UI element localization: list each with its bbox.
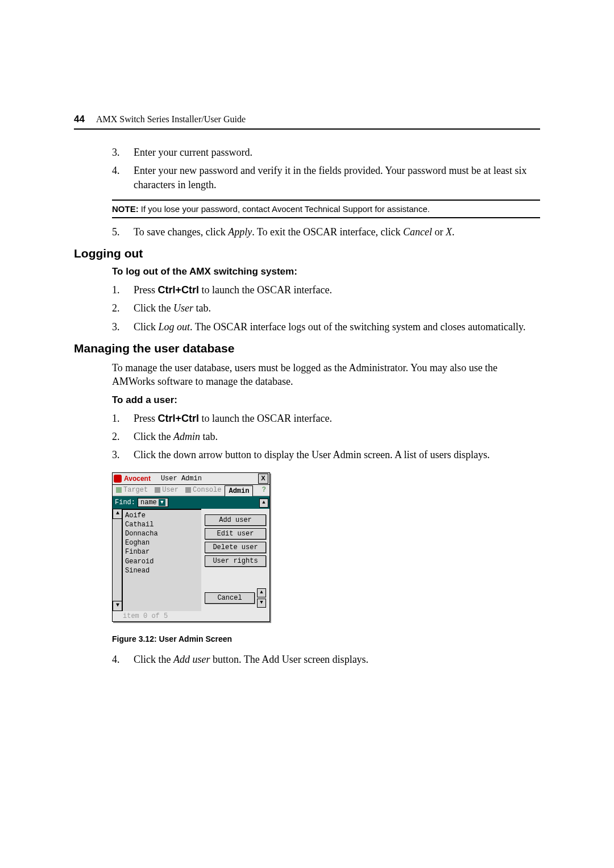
steps-after-figure: 4. Click the Add user button. The Add Us… [112,653,540,666]
paragraph-managing: To manage the user database, users must … [112,361,540,389]
note-label: NOTE: [112,204,139,214]
list-item[interactable]: Finbar [125,547,199,556]
chevron-down-icon: ▼ [159,499,165,506]
tab-admin[interactable]: Admin [225,485,253,496]
heading-managing: Managing the user database [74,342,540,355]
find-label: Find: [115,499,135,506]
step-text: Press Ctrl+Ctrl to launch the OSCAR inte… [134,412,540,425]
logo-text: Avocent [124,475,151,483]
note-text: If you lose your password, contact Avoce… [139,204,430,214]
find-value: name [140,499,157,506]
page-number: 44 [74,114,85,125]
list-item[interactable]: Aoife [125,511,199,520]
heading-logging-out: Logging out [74,247,540,260]
tab-bar: Target User Console Admin ? [113,485,269,496]
step-num: 5. [112,225,134,239]
page-up-icon[interactable]: ▲ [257,588,266,597]
steps-save: 5. To save changes, click Apply. To exit… [112,225,540,239]
step-text: Click Log out. The OSCAR interface logs … [134,320,540,334]
titlebar: Avocent User Admin X [113,473,269,485]
status-bar: item 0 of 5 [113,611,269,621]
step-num: 3. [112,448,134,462]
add-user-button[interactable]: Add user [205,514,266,526]
delete-user-button[interactable]: Delete user [205,542,266,553]
target-icon [116,487,122,493]
cancel-button[interactable]: Cancel [205,592,255,604]
tab-user[interactable]: User [151,485,182,496]
step-num: 1. [112,412,134,425]
list-item[interactable]: Eoghan [125,538,199,547]
step-num: 4. [112,164,134,192]
figure-caption: Figure 3.12: User Admin Screen [112,634,540,643]
step-text: Click the down arrow button to display t… [134,448,540,462]
tab-console[interactable]: Console [182,485,225,496]
page-header: 44 AMX Switch Series Installer/User Guid… [74,114,540,130]
user-rights-button[interactable]: User rights [205,555,266,567]
window-title: User Admin [161,475,202,483]
step-text: Click the Add user button. The Add User … [134,653,540,666]
list-item[interactable]: Sinead [125,566,199,575]
edit-user-button[interactable]: Edit user [205,528,266,539]
page-down-icon[interactable]: ▼ [257,599,266,608]
steps-password: 3.Enter your current password. 4.Enter y… [112,146,540,192]
step-num: 2. [112,430,134,443]
step-text: Click the User tab. [134,301,540,315]
list-item[interactable]: Cathail [125,520,199,529]
user-admin-dialog: Avocent User Admin X Target User Console… [112,472,540,622]
logo-icon [114,475,122,483]
step-text: Click the Admin tab. [134,430,540,443]
note-box: NOTE: If you lose your password, contact… [112,200,540,218]
step-text: Press Ctrl+Ctrl to launch the OSCAR inte… [134,283,540,297]
steps-add-user: 1. Press Ctrl+Ctrl to launch the OSCAR i… [112,412,540,462]
list-item[interactable]: Donnacha [125,529,199,538]
close-icon[interactable]: X [258,474,268,484]
guide-title: AMX Switch Series Installer/User Guide [96,114,246,124]
user-list[interactable]: Aoife Cathail Donnacha Eoghan Finbar Gea… [122,509,201,611]
tab-target[interactable]: Target [113,485,151,496]
step-text: Enter your new password and verify it in… [134,164,540,192]
step-num: 1. [112,283,134,297]
step-text: To save changes, click Apply. To exit th… [134,225,540,239]
scroll-up-icon[interactable]: ▲ [259,499,268,508]
find-row: Find: name ▼ [113,496,269,509]
console-icon [185,487,191,493]
help-icon[interactable]: ? [259,485,269,496]
subheading-add-user: To add a user: [112,394,540,406]
step-text: Enter your current password. [134,146,540,159]
subheading-logout: To log out of the AMX switching system: [112,266,540,277]
step-num: 4. [112,653,134,666]
user-icon [155,487,160,493]
step-num: 2. [112,301,134,315]
step-num: 3. [112,146,134,159]
list-item[interactable]: Gearoid [125,557,199,566]
step-num: 3. [112,320,134,334]
find-select[interactable]: name ▼ [138,498,168,507]
steps-logout: 1. Press Ctrl+Ctrl to launch the OSCAR i… [112,283,540,334]
